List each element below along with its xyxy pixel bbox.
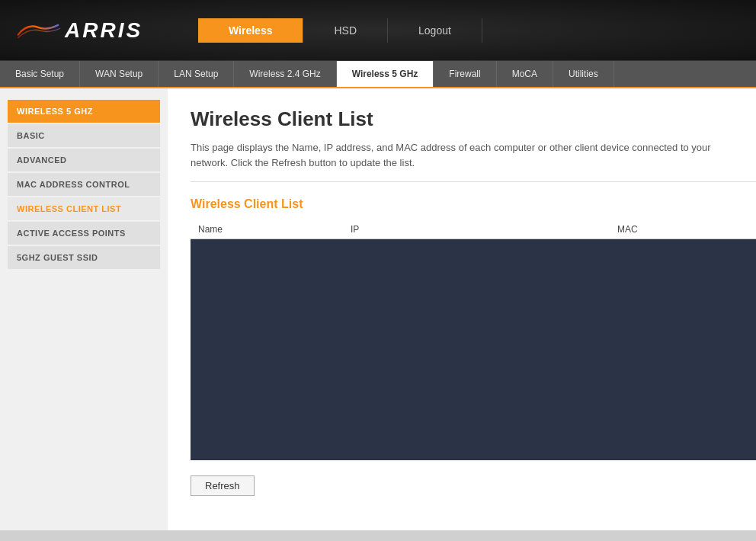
divider	[191, 181, 756, 182]
tab-moca[interactable]: MoCA	[497, 61, 553, 87]
sidebar-item-5ghz-guest-ssid[interactable]: 5GHZ GUEST SSID	[8, 246, 160, 269]
section-title: Wireless Client List	[191, 197, 756, 211]
refresh-button[interactable]: Refresh	[191, 475, 255, 496]
sidebar-item-basic[interactable]: BASIC	[8, 124, 160, 147]
top-nav: Wireless HSD Logout	[198, 18, 482, 43]
tab-firewall[interactable]: Firewall	[434, 61, 496, 87]
nav-wireless[interactable]: Wireless	[198, 18, 303, 43]
sidebar-item-active-access-points[interactable]: ACTIVE ACCESS POINTS	[8, 222, 160, 245]
arris-logo-icon	[15, 19, 61, 42]
main-layout: WIRELESS 5 GHZ BASIC ADVANCED MAC ADDRES…	[0, 88, 756, 530]
tab-basic-setup[interactable]: Basic Setup	[0, 61, 80, 87]
content-area: Wireless Client List This page displays …	[168, 88, 756, 530]
tab-wan-setup[interactable]: WAN Setup	[80, 61, 159, 87]
header: ARRIS Wireless HSD Logout	[0, 0, 756, 61]
page-description: This page displays the Name, IP address,…	[191, 140, 724, 170]
sidebar-item-wireless-client-list[interactable]: WIRELESS CLIENT LIST	[8, 197, 160, 220]
sidebar-item-wireless5ghz[interactable]: WIRELESS 5 GHZ	[8, 100, 160, 123]
tab-navigation: Basic Setup WAN Setup LAN Setup Wireless…	[0, 61, 756, 88]
col-ip-header: IP	[343, 224, 610, 235]
col-name-header: Name	[191, 224, 343, 235]
tab-lan-setup[interactable]: LAN Setup	[159, 61, 234, 87]
tab-utilities[interactable]: Utilities	[553, 61, 614, 87]
sidebar-item-advanced[interactable]: ADVANCED	[8, 149, 160, 171]
tab-wireless-5[interactable]: Wireless 5 GHz	[337, 61, 434, 87]
tab-wireless-24[interactable]: Wireless 2.4 GHz	[234, 61, 336, 87]
client-table-body	[191, 239, 756, 460]
table-header: Name IP MAC	[191, 220, 756, 239]
page-title: Wireless Client List	[191, 107, 756, 131]
nav-hsd[interactable]: HSD	[303, 18, 388, 43]
sidebar: WIRELESS 5 GHZ BASIC ADVANCED MAC ADDRES…	[0, 88, 168, 530]
logo-area: ARRIS	[15, 18, 191, 43]
sidebar-item-mac-address-control[interactable]: MAC ADDRESS CONTROL	[8, 173, 160, 196]
table-container	[191, 239, 756, 460]
logo-text: ARRIS	[65, 18, 143, 43]
nav-logout[interactable]: Logout	[388, 18, 482, 43]
col-mac-header: MAC	[610, 224, 756, 235]
